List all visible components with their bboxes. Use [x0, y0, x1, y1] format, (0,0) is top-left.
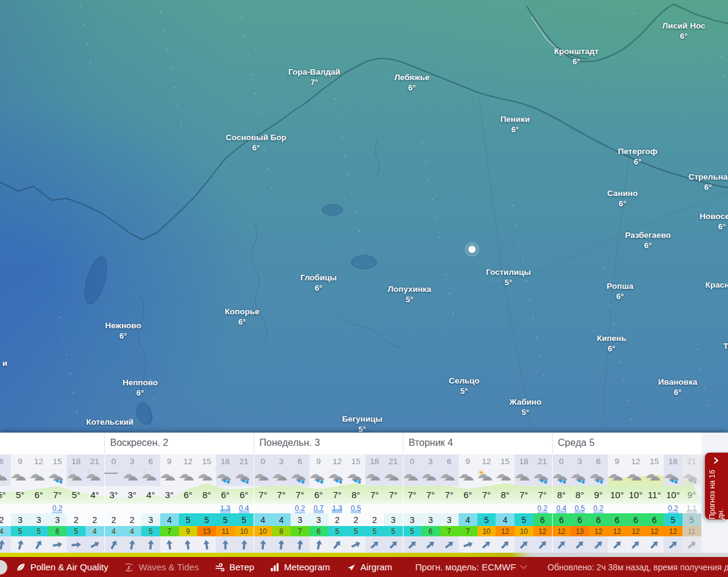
wind-speed-row: 23332222345555443322233334545666666655 [0, 513, 701, 526]
precipitation-value [608, 504, 627, 513]
wind-speed-value: 4 [459, 513, 477, 526]
weather-icon: ☁ [403, 468, 422, 486]
temperature-value: 9° [589, 486, 608, 504]
hour-cell[interactable]: 3 [421, 454, 440, 468]
city-label: Неппово6° [123, 377, 158, 398]
hour-cell[interactable]: 9 [309, 454, 328, 468]
wind-speed-value: 2 [365, 513, 384, 526]
hour-cell[interactable]: 21 [682, 454, 701, 468]
weather-icon: ☁ [459, 468, 477, 486]
menu-item-ветер[interactable]: Ветер [215, 562, 254, 572]
city-label: Лебяжье6° [394, 72, 430, 93]
temperature-value: 7° [440, 486, 459, 504]
hour-cell[interactable]: 12 [30, 454, 49, 468]
wind-gust-value: 12 [496, 526, 514, 536]
timeline-slider[interactable] [0, 553, 728, 557]
wind-direction-arrow [179, 536, 198, 553]
weather-icon: ☁ [608, 468, 627, 486]
hour-cell[interactable]: 9 [11, 454, 30, 468]
model-selector[interactable]: Прогн. модель: ECMWF [416, 562, 527, 572]
hour-cell[interactable]: 18 [514, 454, 533, 468]
precipitation-value: 1.3 [216, 504, 235, 513]
cloud-icon: ☁ [385, 470, 401, 484]
wind-direction-arrow [477, 536, 496, 553]
temperature-value: 5° [67, 486, 86, 504]
city-label: Жабино5° [510, 397, 542, 417]
wind-speed-value: 4 [160, 513, 179, 526]
hour-cell[interactable]: 0 [104, 454, 123, 468]
hour-cell[interactable]: 12 [179, 454, 198, 468]
wind-speed-value: 3 [403, 513, 422, 526]
wind-direction-arrow [570, 536, 589, 553]
wind-direction-arrow [30, 536, 49, 553]
hour-cell[interactable]: 0 [552, 454, 571, 468]
precipitation-value: 1.3 [328, 504, 347, 513]
hour-cell[interactable]: 12 [627, 454, 645, 468]
menu-item-meteogram[interactable]: Meteogram [270, 562, 330, 572]
wind-gust-value: 10 [477, 526, 496, 536]
wind-gust-value: 12 [552, 526, 571, 536]
hour-cell[interactable]: 9 [459, 454, 477, 468]
wind-direction-arrow [496, 536, 514, 553]
weather-icon: ☀☁ [477, 468, 496, 486]
hour-cell[interactable]: 15 [496, 454, 514, 468]
hour-cell[interactable]: 9 [160, 454, 179, 468]
wind-gust-value: 5 [365, 526, 384, 536]
hour-cell[interactable]: 3 [123, 454, 141, 468]
wind-direction-arrow [440, 536, 459, 553]
temperature-value: 10° [627, 486, 645, 504]
wind-direction-arrow [48, 536, 67, 553]
hour-cell[interactable]: 18 [216, 454, 235, 468]
hour-cell[interactable]: 6 [0, 454, 11, 468]
fog-icon [106, 470, 121, 484]
cloud-icon: ☁ [516, 470, 531, 484]
city-label: Петергоф6° [618, 146, 658, 167]
temperature-value: 11° [645, 486, 664, 504]
hour-cell[interactable]: 6 [440, 454, 459, 468]
hour-cell[interactable]: 9 [608, 454, 627, 468]
location-marker[interactable] [468, 246, 476, 253]
hour-cell[interactable]: 0 [403, 454, 422, 468]
forecast-16-days-tab[interactable]: Прогноз на 16 дн. [705, 453, 728, 519]
wind-direction-arrow [309, 536, 328, 553]
menu-item-waves-tides[interactable]: Waves & Tides [124, 562, 198, 572]
weather-icon: ☾☁ [141, 468, 160, 486]
menu-item-pollen-air-quality[interactable]: Pollen & Air Quality [16, 562, 108, 572]
precipitation-value [30, 504, 49, 513]
hour-cell[interactable]: 15 [197, 454, 216, 468]
wind-direction-arrow [141, 536, 160, 553]
rain-icon: ☁ [534, 470, 550, 484]
hour-cell[interactable]: 6 [589, 454, 608, 468]
wind-speed-value: 4 [496, 513, 514, 526]
rain-icon: ☁ [311, 470, 326, 484]
hour-cell[interactable]: 21 [86, 454, 104, 468]
hour-cell[interactable]: 15 [645, 454, 664, 468]
hour-cell[interactable]: 12 [328, 454, 347, 468]
hour-cell[interactable]: 12 [477, 454, 496, 468]
weather-map[interactable]: Лисий Нос6°Кронштадт6°Гора-Валдай7°Лебяж… [0, 0, 728, 433]
precipitation-value [141, 504, 160, 513]
day-separator [403, 433, 403, 454]
hour-cell[interactable]: 18 [67, 454, 86, 468]
hour-cell[interactable]: 3 [272, 454, 291, 468]
day-separator [254, 433, 254, 454]
hour-cell[interactable]: 15 [346, 454, 365, 468]
wind-direction-arrow [533, 536, 552, 553]
wind-gust-value: 11 [682, 526, 701, 536]
menu-item-label: Ветер [229, 562, 254, 572]
hour-cell[interactable]: 18 [365, 454, 384, 468]
hour-cell[interactable]: 21 [384, 454, 403, 468]
hour-cell[interactable]: 6 [291, 454, 309, 468]
day-label: Понедельн. 3 [260, 437, 320, 448]
hour-cell[interactable]: 0 [254, 454, 272, 468]
hour-cell[interactable]: 21 [533, 454, 552, 468]
hour-cell[interactable]: 3 [570, 454, 589, 468]
hour-cell[interactable]: 6 [141, 454, 160, 468]
city-label: Глобицы6° [300, 272, 337, 293]
wind-speed-value: 5 [664, 513, 682, 526]
menu-item-airgram[interactable]: Airgram [346, 562, 393, 572]
hour-cell[interactable]: 21 [235, 454, 254, 468]
hour-cell[interactable]: 15 [48, 454, 67, 468]
hour-cell[interactable]: 18 [664, 454, 682, 468]
wind-direction-arrow [254, 536, 272, 553]
